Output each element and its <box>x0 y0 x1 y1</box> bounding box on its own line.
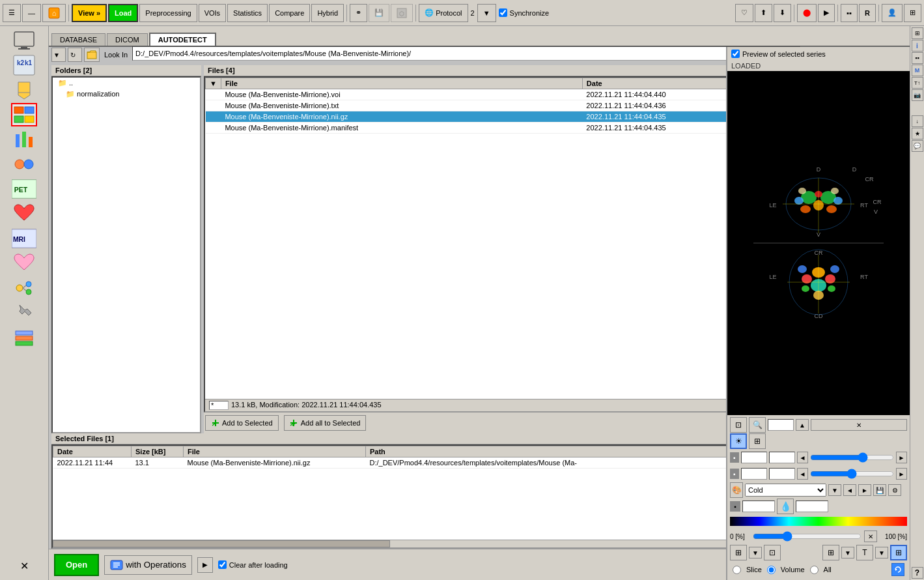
percent-slider[interactable] <box>753 532 861 541</box>
colormap-save-btn[interactable]: 💾 <box>873 484 886 496</box>
rtool-t[interactable]: T↑ <box>912 77 923 89</box>
sf-col-file[interactable]: File <box>184 446 366 457</box>
play-btn[interactable]: ▶ <box>197 557 213 573</box>
sidebar-icon-k2[interactable]: k2 k1 <box>11 53 37 77</box>
sidebar-icon-close-bottom[interactable]: ✕ <box>11 554 37 577</box>
protocol-btn[interactable]: 🌐 Protocol <box>419 4 468 22</box>
auto-scale-btn[interactable]: 💧 <box>777 499 794 514</box>
all-radio[interactable] <box>810 566 819 574</box>
rtool-terminal[interactable]: ▪▪ <box>912 52 923 64</box>
text-btn[interactable]: T <box>856 545 873 560</box>
view-mode-btn[interactable]: ⊞ <box>890 545 907 560</box>
sidebar-icon-compare[interactable] <box>11 152 37 176</box>
rtool-m[interactable]: M <box>912 65 923 76</box>
rtool-down1[interactable]: ↓ <box>912 115 923 127</box>
hamburger-menu-btn[interactable]: ☰ <box>3 4 21 22</box>
preprocessing-btn[interactable]: Preprocessing <box>139 4 197 22</box>
slider-left-btn[interactable]: ◄ <box>797 452 808 463</box>
sidebar-icon-tool[interactable] <box>11 301 37 325</box>
slider2-right-btn[interactable]: ► <box>896 468 907 480</box>
contrast-input[interactable]: 1 <box>769 452 795 463</box>
slider2-left-btn[interactable]: ◄ <box>797 468 808 480</box>
sf-col-size[interactable]: Size [kB] <box>132 446 184 457</box>
stop-btn[interactable]: ⬤ <box>797 4 817 22</box>
sidebar-icon-heart-pet[interactable] <box>11 202 37 225</box>
tab-database[interactable]: DATABASE <box>51 33 105 46</box>
zoom-fit-btn[interactable]: ⊡ <box>730 417 747 433</box>
file-name-2[interactable]: Mouse (Ma-Benveniste-Mirrione).nii.gz <box>221 111 582 123</box>
reset-btn[interactable] <box>891 563 904 576</box>
zoom-up-btn[interactable]: ▲ <box>796 419 809 431</box>
grid-dropdown-btn[interactable]: ▼ <box>841 547 854 558</box>
wildcard-label[interactable]: * <box>209 401 229 410</box>
expand-btn[interactable]: ⊞ <box>904 4 921 22</box>
file-name-1[interactable]: Mouse (Ma-Benveniste-Mirrione).txt <box>221 100 582 111</box>
cloud-down-btn[interactable]: ⬇ <box>774 4 791 22</box>
brightness-slider[interactable] <box>810 453 894 462</box>
clear-after-loading-checkbox[interactable] <box>218 560 227 569</box>
page-down-btn[interactable]: ▼ <box>477 4 496 22</box>
mask-btn[interactable]: ⊡ <box>764 545 781 560</box>
rtool-info[interactable]: i <box>912 40 923 51</box>
open-btn[interactable]: Open <box>54 554 99 576</box>
grid-btn[interactable]: ⊞ <box>822 545 839 560</box>
colormap-next-btn[interactable]: ► <box>858 484 871 496</box>
sort-icon-col[interactable]: ▼ <box>206 78 221 89</box>
heart-btn[interactable]: ♡ <box>735 4 753 22</box>
home-nav-btn[interactable]: ⌂ <box>42 4 66 22</box>
forward-btn[interactable]: ▶ <box>818 4 835 22</box>
sidebar-icon-pencil[interactable] <box>11 78 37 102</box>
r-btn[interactable]: R <box>859 4 876 22</box>
user-btn[interactable]: 👤 <box>882 4 903 22</box>
brightness-icon-btn[interactable]: ☀ <box>730 433 747 449</box>
terminal-btn[interactable]: ▪▪ <box>841 4 858 22</box>
sidebar-icon-molecule[interactable] <box>11 276 37 300</box>
rtool-question[interactable]: ? <box>912 567 923 579</box>
slice-radio[interactable] <box>733 566 741 574</box>
sidebar-icon-mri[interactable]: MRI <box>11 227 37 250</box>
colormap-select[interactable]: Cold <box>745 484 826 497</box>
with-operations-btn[interactable]: with Operations <box>104 555 192 575</box>
sidebar-icon-monitor[interactable] <box>11 29 37 52</box>
second-slider[interactable] <box>810 469 894 478</box>
link-btn[interactable]: ⚭ <box>350 4 367 22</box>
tab-autodetect[interactable]: AUTODETECT <box>149 33 216 46</box>
sidebar-icon-heart-mri[interactable] <box>11 252 37 275</box>
max-input[interactable]: 19.0 <box>796 500 828 512</box>
min-input[interactable]: 0.0 <box>742 500 775 512</box>
synchronize-checkbox[interactable] <box>499 8 507 17</box>
vois-btn[interactable]: VOIs <box>199 4 226 22</box>
sidebar-icon-roi[interactable] <box>11 103 37 126</box>
save-btn[interactable]: 💾 <box>369 4 389 22</box>
compare-btn[interactable]: Compare <box>269 4 310 22</box>
cloud-up-btn[interactable]: ⬆ <box>755 4 772 22</box>
text-dropdown-btn[interactable]: ▼ <box>875 547 888 558</box>
file-name-3[interactable]: Mouse (Ma-Benveniste-Mirrione).manifest <box>221 123 582 134</box>
slider-right-btn[interactable]: ► <box>896 452 907 463</box>
roi-dropdown-btn[interactable]: ▼ <box>749 547 762 558</box>
roi-tool-btn[interactable]: ⊞ <box>730 545 747 560</box>
minimize-btn[interactable]: — <box>22 4 41 22</box>
sidebar-icon-stats[interactable] <box>11 128 37 151</box>
zoom-in-btn[interactable]: 🔍 <box>749 417 766 433</box>
tab-dicom[interactable]: DICOM <box>107 33 148 46</box>
statistics-btn[interactable]: Statistics <box>227 4 268 22</box>
address-browse-btn[interactable] <box>84 48 100 62</box>
zoom-close-btn[interactable]: ✕ <box>811 419 907 431</box>
rtool-star[interactable]: ★ <box>912 128 923 139</box>
zoom-input[interactable]: 1.0 <box>768 419 794 431</box>
contrast2-input[interactable] <box>769 468 795 480</box>
brightness2-input[interactable] <box>741 468 767 480</box>
file-name-0[interactable]: Mouse (Ma-Benveniste-Mirrione).voi <box>221 89 582 100</box>
brightness-input[interactable]: 65 <box>741 452 767 463</box>
colormap-settings-btn[interactable]: ⚙ <box>888 484 901 496</box>
sidebar-icon-layers[interactable] <box>11 326 37 349</box>
sidebar-icon-pet[interactable]: PET <box>11 177 37 201</box>
preview-checkbox-input[interactable] <box>731 50 740 58</box>
refresh-btn[interactable]: ↻ <box>68 48 82 62</box>
folder-item-normalization[interactable]: 📁 normalization <box>53 89 200 100</box>
nav-dropdown-btn[interactable]: ▼ <box>51 48 66 62</box>
volume-radio[interactable] <box>767 566 776 574</box>
hybrid-btn[interactable]: Hybrid <box>311 4 344 22</box>
colormap-prev-btn[interactable]: ◄ <box>843 484 856 496</box>
